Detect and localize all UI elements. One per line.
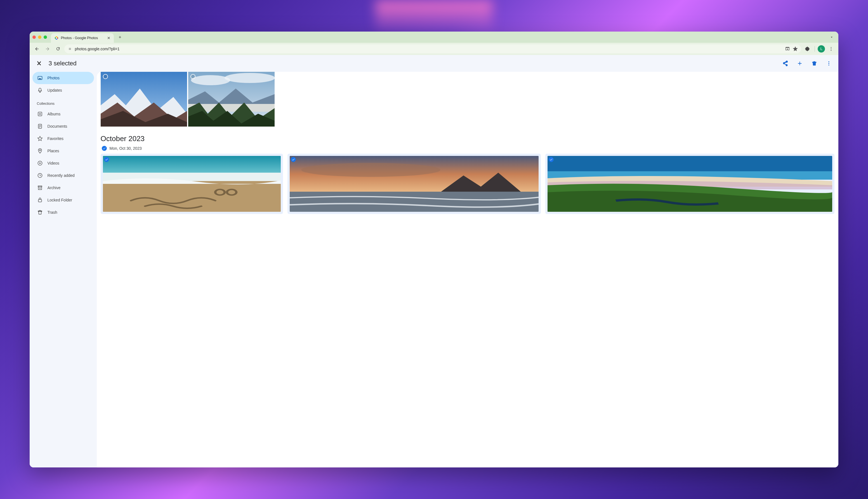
address-bar[interactable]: photos.google.com/?pli=1 — [64, 45, 801, 53]
sidebar-item-locked-folder[interactable]: Locked Folder — [33, 194, 94, 206]
svg-rect-31 — [290, 192, 539, 212]
photo-row-top — [101, 72, 835, 126]
svg-rect-26 — [103, 181, 281, 212]
photo-tile[interactable] — [188, 72, 275, 126]
sidebar-item-photos[interactable]: Photos — [33, 72, 94, 84]
sidebar-item-label: Albums — [48, 112, 61, 116]
add-to-button[interactable] — [794, 58, 805, 69]
star-icon — [37, 135, 43, 142]
svg-rect-8 — [39, 113, 41, 115]
trash-button[interactable] — [809, 58, 820, 69]
nav-back-button[interactable] — [33, 45, 41, 53]
svg-point-3 — [829, 61, 829, 62]
svg-rect-18 — [38, 199, 41, 202]
toolbar-separator — [815, 46, 815, 52]
svg-point-13 — [39, 149, 40, 150]
select-toggle[interactable] — [549, 157, 554, 162]
svg-point-1 — [831, 48, 832, 49]
new-tab-button[interactable] — [116, 33, 124, 41]
archive-icon — [37, 185, 43, 191]
play-icon — [37, 160, 43, 166]
photo-thumbnail — [101, 72, 187, 126]
window-zoom-button[interactable] — [44, 36, 47, 39]
install-app-icon[interactable] — [785, 46, 790, 51]
page-body: Photos Updates Collections Albums Docume… — [29, 72, 839, 468]
select-toggle[interactable] — [103, 74, 108, 79]
photo-thumbnail — [188, 72, 275, 126]
selection-count: 3 selected — [49, 60, 76, 67]
sidebar-item-favorites[interactable]: Favorites — [33, 132, 94, 145]
sidebar-item-updates[interactable]: Updates — [33, 84, 94, 96]
svg-point-0 — [831, 47, 832, 48]
sidebar-item-recently-added[interactable]: Recently added — [33, 169, 94, 182]
nav-reload-button[interactable] — [54, 45, 63, 53]
svg-point-22 — [225, 73, 275, 83]
sidebar-item-label: Places — [48, 149, 59, 153]
selection-bar: 3 selected — [29, 55, 839, 72]
sidebar-item-places[interactable]: Places — [33, 145, 94, 157]
browser-toolbar: photos.google.com/?pli=1 L — [29, 43, 839, 55]
day-header-row: Mon, Oct 30, 2023 — [101, 146, 835, 151]
bell-icon — [37, 87, 43, 93]
sidebar-item-albums[interactable]: Albums — [33, 108, 94, 120]
selected-photo-row — [101, 154, 835, 214]
svg-point-2 — [831, 50, 832, 51]
selection-actions — [780, 58, 834, 69]
sidebar-item-label: Trash — [48, 210, 57, 215]
lock-icon — [37, 197, 43, 203]
sidebar-item-label: Locked Folder — [48, 198, 72, 202]
image-icon — [37, 75, 43, 81]
window-minimize-button[interactable] — [38, 36, 41, 39]
sidebar-item-label: Photos — [48, 76, 60, 80]
svg-point-30 — [301, 163, 440, 177]
deselect-button[interactable] — [34, 58, 45, 69]
svg-rect-24 — [103, 156, 281, 175]
pin-icon — [37, 148, 43, 154]
select-toggle[interactable] — [190, 74, 195, 79]
extensions-button[interactable] — [803, 45, 812, 53]
photo-tile-selected[interactable] — [287, 154, 541, 214]
browser-tab[interactable]: Photos - Google Photos ✕ — [51, 33, 114, 43]
album-icon — [37, 111, 43, 117]
url-text: photos.google.com/?pli=1 — [75, 47, 120, 51]
photo-thumbnail — [290, 156, 539, 212]
sidebar-item-label: Documents — [48, 124, 68, 129]
sidebar-item-label: Favorites — [48, 136, 64, 141]
select-toggle[interactable] — [291, 157, 296, 162]
more-options-button[interactable] — [823, 58, 834, 69]
window-close-button[interactable] — [33, 36, 36, 39]
tab-list-button[interactable] — [828, 33, 835, 41]
nav-forward-button[interactable] — [43, 45, 52, 53]
bookmark-star-icon[interactable] — [793, 46, 798, 51]
day-select-toggle[interactable] — [102, 146, 107, 151]
site-settings-icon[interactable] — [68, 47, 72, 51]
photo-tile[interactable] — [101, 72, 187, 126]
profile-avatar[interactable]: L — [818, 45, 825, 52]
close-tab-icon[interactable]: ✕ — [107, 36, 110, 40]
tab-strip: Photos - Google Photos ✕ — [29, 32, 839, 43]
sidebar-section-collections: Collections — [33, 96, 94, 108]
photo-thumbnail — [548, 156, 832, 212]
photo-tile-selected[interactable] — [545, 154, 834, 214]
tab-title: Photos - Google Photos — [61, 36, 98, 40]
sidebar-item-documents[interactable]: Documents — [33, 120, 94, 132]
share-button[interactable] — [780, 58, 791, 69]
sidebar: Photos Updates Collections Albums Docume… — [29, 72, 97, 468]
photo-grid-content: October 2023 Mon, Oct 30, 2023 — [97, 72, 839, 468]
day-label: Mon, Oct 30, 2023 — [110, 146, 142, 150]
browser-menu-button[interactable] — [827, 45, 835, 53]
trash-icon — [37, 209, 43, 216]
sidebar-item-videos[interactable]: Videos — [33, 157, 94, 169]
avatar-initial: L — [820, 47, 822, 51]
month-header: October 2023 — [101, 134, 835, 143]
sidebar-item-trash[interactable]: Trash — [33, 206, 94, 219]
svg-point-21 — [191, 75, 230, 85]
sidebar-item-label: Videos — [48, 161, 60, 166]
window-controls — [33, 36, 47, 39]
app-page: 3 selected — [29, 55, 839, 468]
google-photos-favicon-icon — [54, 36, 59, 40]
clock-icon — [37, 172, 43, 179]
photo-tile-selected[interactable] — [101, 154, 283, 214]
sidebar-item-archive[interactable]: Archive — [33, 182, 94, 194]
select-toggle[interactable] — [104, 157, 109, 162]
